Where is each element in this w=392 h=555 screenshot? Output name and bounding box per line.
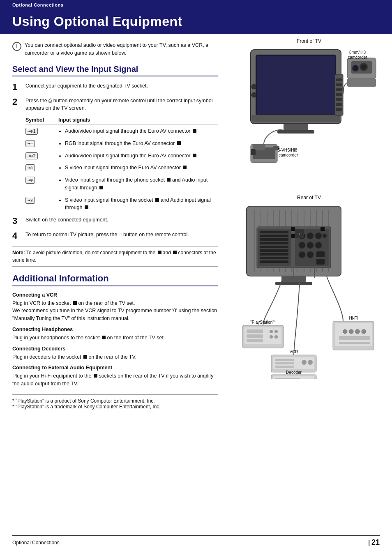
step-2-text: Press the ⎙ button repeatedly on your re…: [25, 97, 218, 113]
svg-point-84: [274, 335, 278, 339]
svg-rect-96: [275, 362, 294, 364]
sym-icon-5: →⊙: [25, 177, 35, 184]
svg-rect-54: [260, 242, 288, 244]
black-sq-vcr: [73, 301, 77, 305]
section-label: Optional Connections: [0, 0, 392, 10]
svg-point-89: [355, 329, 360, 334]
svg-rect-106: [291, 234, 295, 238]
note-section: Note: To avoid picture distortion, do no…: [12, 246, 218, 267]
step-1: 1 Connect your equipment to the designat…: [12, 82, 218, 92]
svg-point-82: [274, 330, 278, 333]
footer-pipe: | 21: [368, 538, 380, 547]
vcr-title: Connecting a VCR: [12, 292, 218, 298]
symbol-row-5: →⊙ Video input signal through the phono …: [25, 176, 218, 192]
symbol-6: →☉: [25, 196, 58, 204]
svg-rect-51: [260, 231, 288, 233]
black-sq-2: [177, 141, 181, 145]
step-1-num: 1: [12, 82, 25, 92]
svg-text:Decoder: Decoder: [286, 370, 302, 375]
svg-rect-104: [291, 227, 295, 231]
black-sq-hp: [102, 336, 106, 339]
svg-rect-2: [257, 56, 335, 114]
svg-text:Hi-Fi: Hi-Fi: [349, 316, 357, 320]
black-sq-5a: [167, 178, 171, 182]
footer-label: Optional Connections: [12, 540, 60, 546]
symbol-row-4: →☉ S video input signal through the Euro…: [25, 164, 218, 172]
svg-rect-20: [336, 83, 342, 86]
info-icon: i: [12, 42, 21, 51]
symbol-row-2: →═ RGB input signal through the Euro AV …: [25, 140, 218, 148]
svg-rect-59: [260, 260, 288, 263]
info-icon-letter: i: [16, 42, 18, 51]
footnote-2: * "PlayStation" is a trademark of Sony C…: [12, 404, 218, 410]
symbol-2: →═: [25, 140, 58, 147]
content-area: i You can connect optional audio or vide…: [0, 34, 392, 418]
black-sq-6b: [85, 205, 88, 209]
svg-rect-78: [247, 329, 263, 333]
svg-rect-53: [260, 238, 288, 241]
sym-icon-1: →⊙1: [25, 128, 38, 135]
svg-rect-21: [336, 88, 342, 91]
svg-rect-25: [336, 108, 342, 111]
sym-icon-3: →⊙2: [25, 152, 38, 159]
svg-text:T: T: [299, 232, 301, 236]
svg-point-6: [251, 92, 256, 97]
table-header: Symbol Input signals: [25, 117, 218, 125]
note-text: To avoid picture distortion, do not conn…: [12, 250, 216, 263]
svg-rect-24: [336, 103, 342, 106]
svg-rect-10: [251, 115, 340, 122]
front-tv-label: Front of TV: [234, 38, 384, 44]
sym-icon-2: →═: [25, 140, 35, 147]
svg-point-66: [307, 242, 314, 249]
signal-6: S video input signal through the socket …: [58, 196, 218, 212]
black-sq-note2: [173, 251, 177, 254]
sym-icon-4: →☉: [25, 164, 35, 171]
svg-rect-22: [336, 93, 342, 96]
vcr-text: Plug in VCR to the socket on the rear of…: [12, 299, 218, 322]
svg-rect-105: [321, 227, 325, 231]
audio-equip-text: Plug in your Hi-Fi equipment to the sock…: [12, 372, 218, 388]
svg-rect-58: [260, 257, 288, 259]
svg-rect-70: [316, 251, 325, 257]
svg-text:"PlayStation"*: "PlayStation"*: [250, 320, 276, 325]
svg-point-99: [308, 360, 313, 365]
step-3-num: 3: [12, 216, 25, 226]
svg-rect-57: [260, 253, 288, 256]
section-label-text: Optional Connections: [12, 2, 63, 7]
symbol-row-3: →⊙2 Audio/video input signal through the…: [25, 152, 218, 160]
headphones-text: Plug in your headphones to the socket on…: [12, 334, 218, 342]
page-number: 21: [371, 538, 380, 546]
black-sq-6a: [155, 198, 159, 202]
svg-point-98: [302, 360, 307, 365]
symbol-table: Symbol Input signals →⊙1 Audio/video inp…: [25, 117, 218, 212]
svg-text:S-VHS/Hi8: S-VHS/Hi8: [277, 148, 297, 152]
col-symbol: Symbol: [25, 117, 58, 123]
svg-rect-23: [336, 98, 342, 101]
svg-point-67: [315, 242, 322, 249]
black-sq-4: [183, 166, 187, 169]
black-sq-hifi: [94, 374, 97, 378]
intro-note: i You can connect optional audio or vide…: [12, 41, 218, 57]
signal-4: S video input signal through the Euro AV…: [58, 164, 218, 172]
step-4-num: 4: [12, 231, 25, 241]
signal-2: RGB input signal through the Euro AV con…: [58, 140, 218, 148]
select-view-title: Select and View the Input Signal: [12, 64, 218, 76]
svg-rect-3: [284, 124, 308, 130]
title-bar: Using Optional Equipment: [0, 10, 392, 34]
headphones-title: Connecting Headphones: [12, 327, 218, 332]
rear-tv-diagram: T: [234, 202, 382, 379]
svg-point-65: [299, 242, 305, 249]
page: Optional Connections Using Optional Equi…: [0, 0, 392, 555]
svg-point-17: [353, 66, 357, 70]
svg-point-62: [307, 233, 314, 239]
svg-point-14: [361, 64, 366, 69]
svg-rect-4: [277, 130, 314, 134]
svg-point-68: [299, 251, 305, 258]
symbol-4: →☉: [25, 164, 58, 171]
svg-rect-92: [339, 342, 370, 344]
note-label: Note:: [12, 250, 26, 256]
svg-point-63: [315, 233, 322, 239]
step-4-text: To return to normal TV picture, press th…: [25, 231, 218, 239]
svg-point-83: [270, 335, 273, 339]
black-sq-5b: [99, 186, 103, 189]
